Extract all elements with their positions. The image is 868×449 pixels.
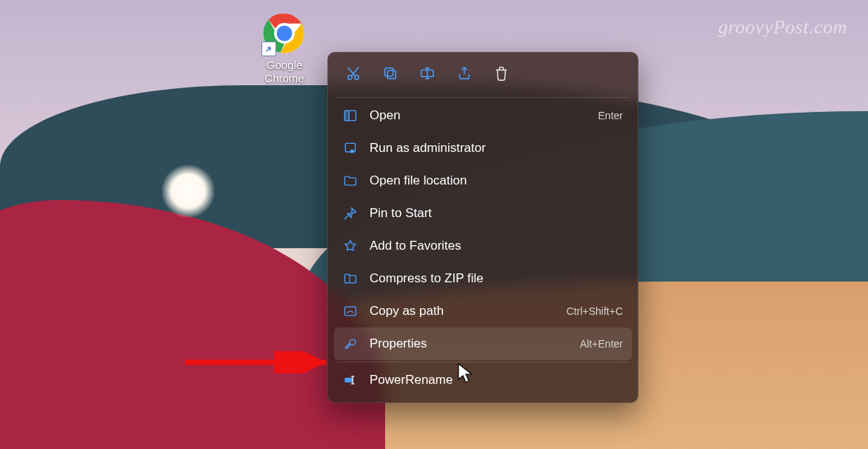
menu-item-label: Pin to Start <box>370 206 611 221</box>
delete-button[interactable] <box>485 60 518 90</box>
menu-item-label: Properties <box>370 336 568 351</box>
svg-rect-6 <box>385 68 393 76</box>
shortcut-label: Google Chrome <box>252 59 317 85</box>
menu-item-zip[interactable]: Compress to ZIP file <box>334 262 632 295</box>
wrench-icon <box>343 336 358 351</box>
menu-item-favorites[interactable]: Add to Favorites <box>334 230 632 262</box>
zip-icon <box>343 271 358 286</box>
menu-item-label: Add to Favorites <box>370 239 611 253</box>
context-menu-toolbar <box>334 59 632 96</box>
copy-path-icon <box>343 304 358 319</box>
cut-button[interactable] <box>337 60 370 90</box>
menu-item-accelerator: Enter <box>598 110 623 122</box>
rename-icon <box>419 65 435 84</box>
menu-item-copy-path[interactable]: Copy as path Ctrl+Shift+C <box>334 295 632 327</box>
menu-item-label: Copy as path <box>370 304 555 319</box>
menu-item-accelerator: Alt+Enter <box>580 338 623 350</box>
desktop-shortcut-chrome[interactable]: Google Chrome <box>252 12 317 85</box>
chrome-icon <box>263 12 306 55</box>
menu-item-powerrename[interactable]: PowerRename <box>334 364 632 396</box>
menu-item-label: Open file location <box>370 173 611 188</box>
svg-point-3 <box>348 76 353 80</box>
menu-item-accelerator: Ctrl+Shift+C <box>567 305 623 317</box>
menu-item-label: Open <box>370 108 587 123</box>
menu-item-label: Run as administrator <box>370 141 611 156</box>
menu-item-label: PowerRename <box>370 373 623 388</box>
watermark: groovyPost.com <box>718 16 847 39</box>
menu-item-open[interactable]: Open Enter <box>334 99 632 132</box>
cut-icon <box>345 65 361 84</box>
share-icon <box>456 65 473 84</box>
menu-item-pin-start[interactable]: Pin to Start <box>334 197 632 230</box>
share-button[interactable] <box>448 60 481 90</box>
menu-item-run-admin[interactable]: Run as administrator <box>334 132 632 164</box>
star-icon <box>343 239 358 253</box>
svg-rect-9 <box>345 110 350 120</box>
pin-icon <box>343 206 358 221</box>
svg-rect-12 <box>345 378 353 383</box>
menu-item-open-location[interactable]: Open file location <box>334 164 632 197</box>
menu-item-label: Compress to ZIP file <box>370 271 611 286</box>
folder-icon <box>343 173 358 188</box>
menu-divider <box>337 362 629 362</box>
shortcut-overlay-icon <box>261 41 276 56</box>
svg-point-4 <box>355 76 359 80</box>
context-menu: Open Enter Run as administrator Open fil… <box>327 52 638 403</box>
open-icon <box>343 108 358 123</box>
menu-item-properties[interactable]: Properties Alt+Enter <box>334 327 632 360</box>
delete-icon <box>493 65 510 84</box>
menu-divider <box>337 97 629 98</box>
copy-icon <box>382 65 398 84</box>
desktop-wallpaper: groovyPost.com Google Chrome <box>0 0 868 449</box>
copy-button[interactable] <box>374 60 407 90</box>
wallpaper-sun <box>161 164 215 218</box>
svg-rect-5 <box>387 70 395 79</box>
shield-icon <box>343 141 358 156</box>
rename-button[interactable] <box>411 60 444 90</box>
powerrename-icon <box>343 373 358 388</box>
